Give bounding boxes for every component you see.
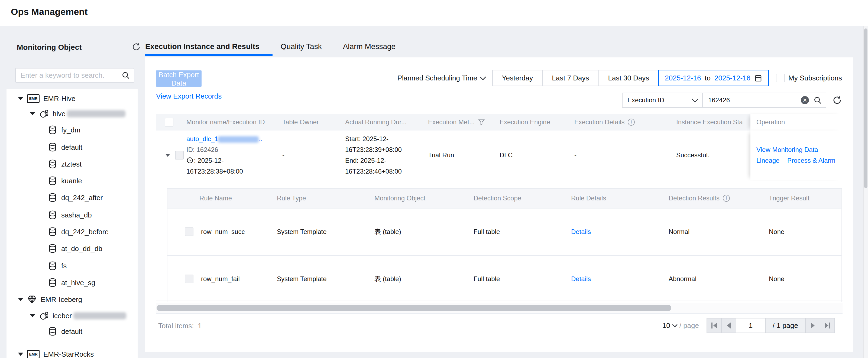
page-size-select[interactable]: 10 / page bbox=[662, 321, 699, 330]
info-icon[interactable]: i bbox=[723, 195, 730, 202]
previous-page-button[interactable] bbox=[721, 318, 736, 333]
my-subscriptions-checkbox[interactable] bbox=[776, 74, 784, 82]
top-bar: Ops Management bbox=[0, 0, 868, 26]
next-page-button[interactable] bbox=[805, 318, 820, 333]
tree-item-db[interactable]: fy_dm bbox=[6, 122, 137, 137]
cell-monitor-name: auto_dlc_1.. ID: 162426 : 2025-12- 16T23… bbox=[186, 131, 282, 180]
tree-item-emr-hive[interactable]: EMR EMR-Hive bbox=[6, 91, 137, 106]
monitoring-object: 表 (table) bbox=[374, 208, 473, 255]
lineage-link[interactable]: Lineage bbox=[756, 157, 779, 164]
row-checkbox[interactable] bbox=[175, 151, 184, 160]
last-page-button[interactable] bbox=[820, 318, 835, 333]
cell-table-owner: - bbox=[282, 131, 345, 180]
vertical-scrollbar[interactable] bbox=[863, 26, 868, 358]
my-subscriptions-toggle[interactable]: My Subscriptions bbox=[776, 74, 842, 82]
first-page-button[interactable] bbox=[707, 318, 722, 333]
cluster-icon bbox=[39, 311, 49, 321]
info-icon[interactable]: i bbox=[628, 119, 635, 126]
tree-item-iceberg-cluster[interactable]: iceber bbox=[6, 308, 137, 323]
monitor-link[interactable]: auto_dlc_1.. bbox=[186, 133, 282, 144]
scheduling-time-dropdown[interactable]: Planned Scheduling Time bbox=[397, 74, 485, 82]
search-field-select[interactable]: Execution ID bbox=[623, 93, 703, 107]
chevron-down-icon bbox=[692, 96, 698, 102]
database-icon bbox=[48, 327, 57, 336]
caret-down-icon[interactable] bbox=[30, 112, 35, 116]
refresh-icon[interactable] bbox=[832, 95, 842, 105]
col-rule-type: Rule Type bbox=[277, 189, 374, 208]
row-checkbox[interactable] bbox=[185, 227, 193, 236]
range-30days-button[interactable]: Last 30 Days bbox=[598, 70, 659, 86]
masked-text bbox=[218, 136, 259, 143]
row-checkbox[interactable] bbox=[185, 274, 193, 283]
tree-item-db[interactable]: fs bbox=[6, 258, 137, 273]
range-7days-button[interactable]: Last 7 Days bbox=[542, 70, 599, 86]
tab-execution-instance[interactable]: Execution Instance and Results bbox=[145, 42, 259, 51]
tree-item-db[interactable]: kuanle bbox=[6, 173, 137, 189]
tree-item-db[interactable]: sasha_db bbox=[6, 207, 137, 223]
execution-id: ID: 162426 bbox=[186, 144, 282, 155]
select-all-checkbox[interactable] bbox=[165, 118, 174, 127]
scheduled-time-line2: 16T23:28:38+08:00 bbox=[186, 166, 282, 177]
batch-export-button[interactable]: Batch Export Data bbox=[156, 70, 202, 87]
search-value[interactable]: 162426 bbox=[708, 96, 797, 104]
search-icon[interactable] bbox=[121, 71, 130, 79]
process-alarm-link[interactable]: Process & Alarm bbox=[787, 157, 835, 164]
time-filter-toolbar: Planned Scheduling Time Yesterday Last 7… bbox=[397, 70, 842, 86]
gem-icon bbox=[27, 295, 37, 304]
range-yesterday-button[interactable]: Yesterday bbox=[492, 70, 543, 86]
rule-details-link[interactable]: Details bbox=[571, 228, 591, 236]
horizontal-scrollbar-thumb[interactable] bbox=[157, 305, 671, 311]
filter-icon[interactable] bbox=[478, 119, 485, 126]
search-icon[interactable] bbox=[813, 96, 822, 104]
tab-quality-task[interactable]: Quality Task bbox=[281, 42, 322, 51]
database-icon bbox=[48, 193, 57, 202]
table-bottom-border bbox=[156, 301, 842, 301]
database-icon bbox=[48, 142, 57, 152]
search-input[interactable]: 162426 ✕ bbox=[703, 93, 826, 107]
tree-item-db[interactable]: at_hive_sg bbox=[6, 275, 137, 290]
monitoring-object-tree: EMR EMR-Hive hive fy_d bbox=[6, 89, 137, 358]
collapse-row-icon[interactable] bbox=[165, 154, 170, 157]
rule-details-link[interactable]: Details bbox=[571, 275, 591, 283]
trigger-result: None bbox=[769, 208, 841, 255]
sidebar-refresh-icon[interactable] bbox=[131, 41, 142, 53]
tree-item-db[interactable]: dq_242_after bbox=[6, 190, 137, 205]
calendar-icon[interactable] bbox=[754, 74, 762, 82]
tab-alarm-message[interactable]: Alarm Message bbox=[343, 42, 396, 51]
emr-icon: EMR bbox=[27, 350, 39, 358]
database-icon bbox=[48, 125, 57, 135]
view-export-records-link[interactable]: View Export Records bbox=[156, 92, 222, 100]
subtable-row: row_num_succ System Template 表 (table) F… bbox=[167, 208, 841, 255]
date-to[interactable]: 2025-12-16 bbox=[714, 74, 750, 82]
table-row: auto_dlc_1.. ID: 162426 : 2025-12- 16T23… bbox=[156, 131, 842, 180]
tree-item-emr-iceberg[interactable]: EMR-Iceberg bbox=[6, 292, 137, 307]
cell-execution-method: Trial Run bbox=[428, 131, 500, 180]
clear-icon[interactable]: ✕ bbox=[801, 96, 809, 104]
date-from[interactable]: 2025-12-16 bbox=[665, 74, 701, 82]
tree-item-db[interactable]: at_do_dd_db bbox=[6, 241, 137, 256]
database-icon bbox=[48, 210, 57, 220]
current-page-input[interactable]: 1 bbox=[736, 318, 766, 333]
tree-item-db[interactable]: dq_242_before bbox=[6, 224, 137, 239]
page-body: Monitoring Object Enter a keyword to sea… bbox=[0, 26, 868, 358]
caret-down-icon[interactable] bbox=[18, 298, 23, 301]
subtable-header-row: Rule Name Rule Type Monitoring Object De… bbox=[167, 189, 841, 208]
tree-item-db[interactable]: default bbox=[6, 324, 137, 339]
horizontal-scrollbar[interactable] bbox=[156, 303, 842, 314]
vertical-scrollbar-thumb[interactable] bbox=[864, 28, 867, 188]
time-range-group: Yesterday Last 7 Days Last 30 Days 2025-… bbox=[492, 70, 769, 86]
search-toolbar: Execution ID 162426 ✕ bbox=[622, 93, 842, 108]
sidebar-search-input[interactable]: Enter a keyword to search. bbox=[15, 68, 134, 83]
tree-item-db[interactable]: default bbox=[6, 140, 137, 155]
tree-item-db[interactable]: ztztest bbox=[6, 157, 137, 172]
clock-icon bbox=[186, 157, 193, 164]
date-range-picker[interactable]: 2025-12-16 to 2025-12-16 bbox=[658, 70, 769, 86]
caret-down-icon[interactable] bbox=[18, 97, 23, 100]
caret-down-icon[interactable] bbox=[18, 353, 23, 356]
total-pages-label: / 1 page bbox=[765, 318, 806, 333]
caret-down-icon[interactable] bbox=[30, 314, 35, 317]
sidebar-search-placeholder: Enter a keyword to search. bbox=[16, 71, 121, 79]
tree-item-hive-cluster[interactable]: hive bbox=[6, 106, 137, 121]
tree-item-emr-starrocks[interactable]: EMR EMR-StarRocks bbox=[6, 347, 137, 358]
view-monitoring-data-link[interactable]: View Monitoring Data bbox=[756, 146, 818, 153]
